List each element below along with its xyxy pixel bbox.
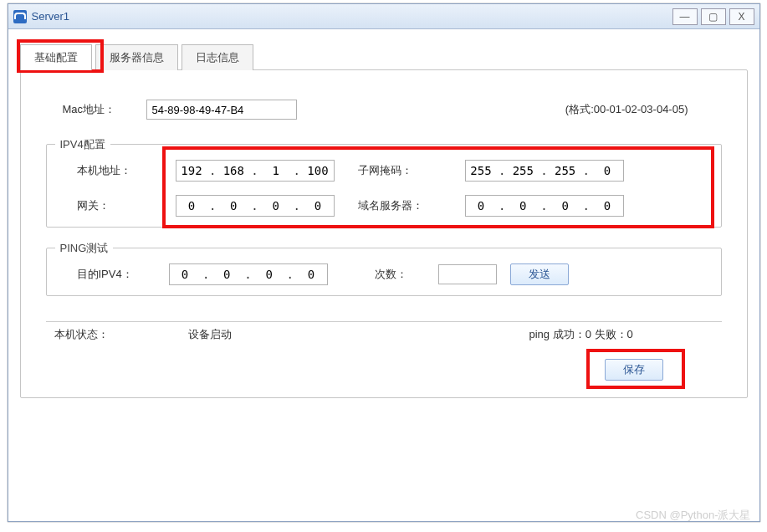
app-icon — [13, 10, 27, 23]
ip-octet[interactable] — [213, 268, 240, 281]
ping-target-label: 目的IPV4： — [77, 267, 156, 282]
close-button[interactable]: X — [729, 8, 754, 25]
ping-count-label: 次数： — [375, 267, 425, 282]
status-value: 设备启动 — [188, 327, 529, 342]
mac-label: Mac地址： — [46, 102, 146, 117]
ipv4-group: IPV4配置 本机地址： . . . 子网掩码： . . . — [46, 144, 722, 228]
ping-group: PING测试 目的IPV4： . . . 次数： 发送 — [46, 248, 722, 296]
ip-octet[interactable] — [263, 164, 289, 177]
local-ip-label: 本机地址： — [77, 163, 161, 178]
window-title: Server1 — [32, 10, 669, 23]
ip-octet[interactable] — [178, 164, 205, 177]
window-controls: — ▢ X — [669, 8, 754, 25]
ip-octet[interactable] — [594, 199, 621, 212]
title-bar: Server1 — ▢ X — [8, 4, 759, 29]
watermark-text: CSDN @Python-派大星 — [636, 508, 750, 523]
mac-format-hint: (格式:00-01-02-03-04-05) — [565, 102, 688, 117]
tab-panel: Mac地址： (格式:00-01-02-03-04-05) IPV4配置 本机地… — [20, 69, 748, 398]
gateway-label: 网关： — [77, 198, 161, 213]
tab-strip: 基础配置 服务器信息 日志信息 — [20, 44, 748, 70]
ip-octet[interactable] — [220, 164, 247, 177]
ip-octet[interactable] — [220, 199, 247, 212]
save-button[interactable]: 保存 — [605, 359, 663, 381]
maximize-button[interactable]: ▢ — [701, 8, 726, 25]
status-label: 本机状态： — [54, 327, 188, 342]
dns-input[interactable]: . . . — [465, 195, 624, 217]
save-row: 保存 — [46, 347, 722, 389]
ip-octet[interactable] — [552, 164, 579, 177]
ping-target-input[interactable]: . . . — [169, 263, 328, 285]
mask-input[interactable]: . . . — [465, 160, 624, 182]
ping-legend: PING测试 — [55, 241, 114, 256]
ip-octet[interactable] — [298, 268, 325, 281]
mac-row: Mac地址： (格式:00-01-02-03-04-05) — [46, 95, 722, 124]
ip-octet[interactable] — [178, 199, 205, 212]
status-bar: 本机状态： 设备启动 ping 成功：0 失败：0 — [46, 321, 722, 347]
gateway-input[interactable]: . . . — [176, 195, 335, 217]
ipv4-legend: IPV4配置 — [55, 137, 110, 152]
tab-server-info[interactable]: 服务器信息 — [95, 44, 178, 70]
ip-octet[interactable] — [509, 199, 536, 212]
ping-result: ping 成功：0 失败：0 — [529, 327, 713, 342]
minimize-button[interactable]: — — [672, 8, 698, 25]
dns-label: 域名服务器： — [358, 198, 450, 213]
ping-count-input[interactable] — [438, 264, 497, 284]
ip-octet[interactable] — [468, 199, 494, 212]
client-area: 基础配置 服务器信息 日志信息 Mac地址： (格式:00-01-02-03-0… — [8, 29, 759, 405]
mask-label: 子网掩码： — [358, 163, 450, 178]
local-ip-input[interactable]: . . . — [176, 160, 335, 182]
tab-basic-config[interactable]: 基础配置 — [20, 44, 92, 70]
ip-octet[interactable] — [552, 199, 579, 212]
ip-octet[interactable] — [509, 164, 536, 177]
ip-octet[interactable] — [468, 164, 494, 177]
mac-input[interactable] — [146, 100, 297, 120]
app-window: Server1 — ▢ X 基础配置 服务器信息 日志信息 Mac地址： (格式… — [8, 3, 760, 522]
ip-octet[interactable] — [171, 268, 198, 281]
ip-octet[interactable] — [594, 164, 621, 177]
ip-octet[interactable] — [304, 199, 331, 212]
send-button[interactable]: 发送 — [510, 263, 569, 285]
ip-octet[interactable] — [304, 164, 331, 177]
ip-octet[interactable] — [263, 199, 289, 212]
tab-log-info[interactable]: 日志信息 — [182, 44, 253, 70]
ip-octet[interactable] — [256, 268, 283, 281]
